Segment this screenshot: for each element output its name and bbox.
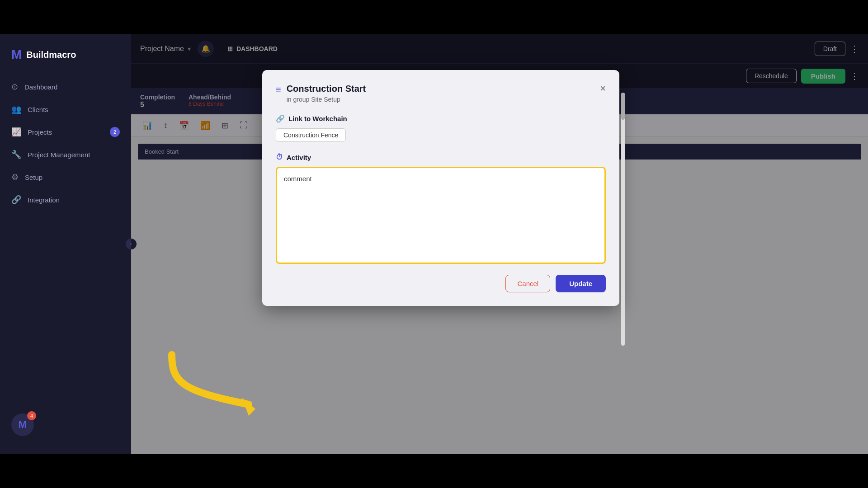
link-to-workchain-section: 🔗 Link to Workchain Construction Fence [276, 114, 606, 142]
activity-icon: ⏱ [276, 153, 283, 161]
modal-title-text: Construction Start in group Site Setup [287, 84, 366, 103]
modal-subtitle: in group Site Setup [287, 96, 366, 103]
sidebar-bottom: M 4 [0, 404, 131, 445]
workchain-tag[interactable]: Construction Fence [276, 128, 346, 142]
sidebar-item-dashboard[interactable]: ⊙ Dashboard [0, 75, 131, 98]
update-button[interactable]: Update [556, 275, 606, 292]
integration-icon: 🔗 [11, 195, 21, 205]
sidebar-item-label: Clients [28, 106, 48, 113]
clients-icon: 👥 [11, 104, 21, 114]
avatar-notification-badge: 4 [27, 411, 36, 420]
project-management-icon: 🔧 [11, 150, 21, 160]
modal-header: ≡ Construction Start in group Site Setup… [276, 84, 606, 103]
sidebar-item-project-management[interactable]: 🔧 Project Management [0, 143, 131, 166]
avatar[interactable]: M 4 [11, 413, 34, 436]
sidebar-item-projects[interactable]: 📈 Projects 2 [0, 121, 131, 143]
setup-icon: ⚙ [11, 172, 19, 182]
projects-badge: 2 [110, 127, 120, 137]
logo-icon: M [11, 47, 22, 62]
logo-text: Buildmacro [26, 50, 76, 60]
modal-close-button[interactable]: × [600, 84, 606, 94]
sidebar-item-integration[interactable]: 🔗 Integration [0, 188, 131, 211]
link-section-title: 🔗 Link to Workchain [276, 114, 606, 123]
comment-textarea[interactable]: comment [276, 167, 606, 264]
sidebar-item-label: Projects [28, 128, 52, 136]
activity-section-title: ⏱ Activity [276, 153, 606, 161]
activity-section: ⏱ Activity comment [276, 153, 606, 266]
sidebar-item-label: Integration [28, 196, 60, 204]
link-icon: 🔗 [276, 114, 285, 123]
sidebar-item-label: Project Management [28, 151, 90, 159]
modal-footer: Cancel Update [276, 275, 606, 292]
modal-scrollbar[interactable] [621, 93, 625, 346]
cancel-button[interactable]: Cancel [505, 275, 550, 292]
sidebar-item-clients[interactable]: 👥 Clients [0, 98, 131, 121]
sidebar-item-label: Setup [25, 174, 42, 181]
modal-title-area: ≡ Construction Start in group Site Setup [276, 84, 366, 103]
sidebar: M Buildmacro ⊙ Dashboard 👥 Clients 📈 Pro… [0, 34, 131, 454]
logo-area: M Buildmacro [0, 43, 131, 75]
sidebar-item-setup[interactable]: ⚙ Setup [0, 166, 131, 188]
dashboard-icon: ⊙ [11, 82, 18, 92]
main-content: Project Name ▾ 🔔 ⊞ DASHBOARD Draft ⋮ Res… [131, 34, 868, 454]
modal-title: Construction Start [287, 84, 366, 94]
modal-dialog: ≡ Construction Start in group Site Setup… [262, 70, 619, 306]
projects-icon: 📈 [11, 127, 21, 137]
sidebar-item-label: Dashboard [24, 83, 57, 91]
modal-title-icon: ≡ [276, 84, 281, 95]
modal-scrollbar-thumb [621, 93, 625, 120]
